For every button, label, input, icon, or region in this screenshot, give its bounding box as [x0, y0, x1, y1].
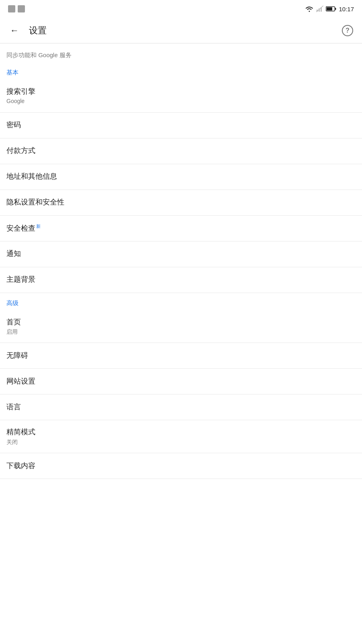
photo-icon: [8, 5, 15, 12]
settings-item-homepage[interactable]: 首页 启用: [0, 310, 362, 343]
notifications-title: 通知: [6, 249, 356, 258]
back-button[interactable]: ←: [6, 23, 23, 39]
app-icon: [18, 5, 25, 12]
settings-item-downloads[interactable]: 下载内容: [0, 453, 362, 479]
lite-mode-title: 精简模式: [6, 427, 356, 437]
language-title: 语言: [6, 402, 356, 412]
privacy-title: 隐私设置和安全性: [6, 198, 356, 207]
settings-item-search-engine[interactable]: 搜索引擎 Google: [0, 80, 362, 113]
basic-category-label: 基本: [0, 62, 362, 80]
theme-title: 主题背景: [6, 275, 356, 284]
safety-check-title: 安全检查新: [6, 223, 356, 233]
signal-icon: [316, 6, 323, 12]
svg-rect-5: [327, 7, 332, 10]
status-time: 10:17: [339, 6, 354, 12]
settings-item-notifications[interactable]: 通知: [0, 242, 362, 267]
password-title: 密码: [6, 120, 356, 130]
settings-item-language[interactable]: 语言: [0, 394, 362, 420]
battery-icon: [326, 6, 336, 12]
status-bar: 10:17: [0, 0, 362, 18]
settings-item-lite-mode[interactable]: 精简模式 关闭: [0, 420, 362, 453]
sync-section-label: 同步功能和 Google 服务: [6, 52, 72, 58]
payment-title: 付款方式: [6, 146, 356, 155]
settings-item-payment[interactable]: 付款方式: [0, 138, 362, 164]
app-bar: ← 设置 ?: [0, 18, 362, 43]
page-title: 设置: [29, 25, 339, 37]
status-left-icons: [8, 5, 25, 12]
settings-item-password[interactable]: 密码: [0, 113, 362, 138]
status-right-icons: 10:17: [305, 6, 354, 12]
sync-section-header: 同步功能和 Google 服务: [0, 43, 362, 62]
settings-item-theme[interactable]: 主题背景: [0, 267, 362, 293]
help-icon-label: ?: [346, 27, 350, 34]
settings-item-safety-check[interactable]: 安全检查新: [0, 216, 362, 242]
homepage-title: 首页: [6, 318, 356, 327]
basic-category-text: 基本: [6, 69, 19, 76]
back-arrow-icon: ←: [10, 25, 19, 36]
downloads-title: 下载内容: [6, 461, 356, 471]
settings-item-site-settings[interactable]: 网站设置: [0, 369, 362, 394]
search-engine-subtitle: Google: [6, 97, 356, 105]
new-badge: 新: [36, 224, 41, 229]
settings-item-privacy[interactable]: 隐私设置和安全性: [0, 190, 362, 216]
advanced-category-text: 高级: [6, 299, 19, 306]
site-settings-title: 网站设置: [6, 377, 356, 386]
search-engine-title: 搜索引擎: [6, 87, 356, 96]
svg-rect-6: [335, 8, 336, 10]
address-title: 地址和其他信息: [6, 172, 356, 181]
wifi-icon: [305, 6, 314, 12]
settings-item-accessibility[interactable]: 无障碍: [0, 343, 362, 369]
homepage-subtitle: 启用: [6, 328, 356, 335]
accessibility-title: 无障碍: [6, 351, 356, 360]
help-icon: ?: [342, 25, 353, 36]
advanced-category-label: 高级: [0, 293, 362, 310]
lite-mode-subtitle: 关闭: [6, 438, 356, 446]
help-button[interactable]: ?: [339, 23, 356, 39]
settings-item-address[interactable]: 地址和其他信息: [0, 164, 362, 190]
